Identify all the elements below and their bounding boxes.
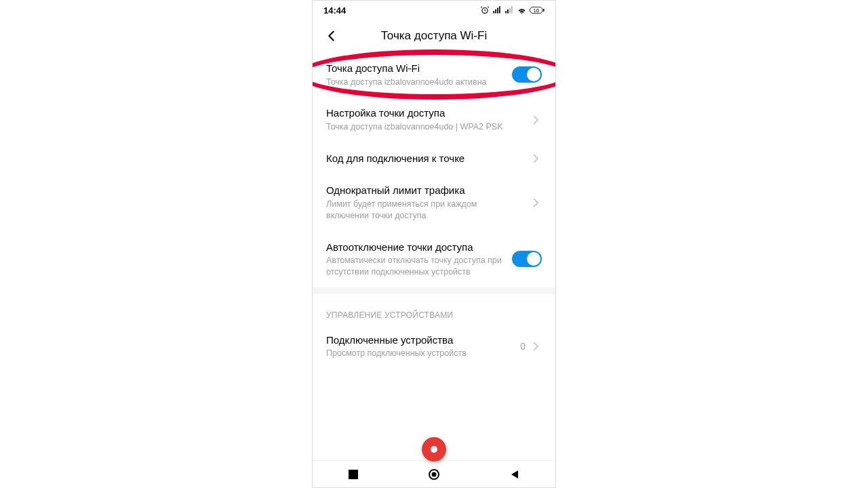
row-one-time-limit[interactable]: Однократный лимит трафика Лимит будет пр… [313,174,555,230]
connected-count: 0 [520,341,526,352]
row-title: Настройка точки доступа [326,106,521,120]
chevron-left-icon [324,28,339,43]
nav-recent-button[interactable] [345,466,361,483]
signal2-icon [505,5,514,15]
row-title: Однократный лимит трафика [326,184,521,197]
signal-icon [492,5,502,15]
svg-rect-12 [349,470,358,479]
hotspot-toggle[interactable] [512,66,542,83]
svg-rect-5 [505,11,507,14]
svg-point-14 [431,472,436,476]
row-connect-code[interactable]: Код для подключения к точке [313,142,555,175]
row-subtitle: Точка доступа izbalovannoe4udo | WPA2 PS… [326,121,521,133]
status-time: 14:44 [323,5,346,16]
auto-off-toggle[interactable] [512,251,542,267]
row-title: Автоотключение точки доступа [326,241,504,254]
section-divider [313,287,555,294]
alarm-icon [480,5,490,15]
svg-rect-8 [511,6,513,14]
nav-home-button[interactable] [426,466,442,483]
row-subtitle: Лимит будет применяться при каждом включ… [326,199,521,222]
chevron-right-icon [530,197,542,209]
row-subtitle: Автоматически отключать точку доступа пр… [326,255,504,278]
row-connected-devices[interactable]: Подключенные устройства Просмотр подключ… [313,324,555,369]
row-title: Код для подключения к точке [326,152,521,165]
status-icons: 10 [480,5,545,16]
svg-rect-10 [543,9,545,12]
svg-rect-3 [497,8,498,14]
battery-icon: 10 [530,6,545,14]
row-hotspot-setup[interactable]: Настройка точки доступа Точка доступа iz… [313,97,555,142]
section-heading-devices: УПРАВЛЕНИЕ УСТРОЙСТВАМИ [313,294,555,324]
svg-rect-2 [495,9,496,14]
row-hotspot-toggle[interactable]: Точка доступа Wi-Fi Точка доступа izbalo… [313,52,555,97]
chevron-right-icon [530,340,542,352]
svg-rect-4 [499,6,500,14]
phone-frame: 14:44 10 Точка доступа Wi-Fi Точка досту… [312,0,556,488]
row-title: Подключенные устройства [326,333,512,347]
square-icon [349,470,358,479]
row-auto-off[interactable]: Автоотключение точки доступа Автоматичес… [313,231,555,287]
svg-rect-7 [509,8,511,14]
row-subtitle: Просмотр подключенных устройств [326,348,512,359]
svg-text:10: 10 [533,7,538,14]
record-button[interactable] [422,437,446,462]
svg-rect-6 [507,9,509,14]
row-subtitle: Точка доступа izbalovannoe4udo активна [326,77,504,88]
chevron-right-icon [530,114,542,126]
page-title: Точка доступа Wi-Fi [313,29,555,43]
circle-icon [428,468,440,481]
nav-back-button[interactable] [507,466,523,483]
row-title: Точка доступа Wi-Fi [326,62,504,75]
chevron-right-icon [530,152,542,165]
wifi-icon [517,5,527,16]
triangle-left-icon [510,470,519,479]
svg-marker-15 [511,470,518,479]
back-button[interactable] [323,28,340,44]
system-nav-bar [313,460,555,487]
status-bar: 14:44 10 [313,1,555,20]
svg-rect-1 [493,11,494,14]
header: Точка доступа Wi-Fi [313,20,555,52]
